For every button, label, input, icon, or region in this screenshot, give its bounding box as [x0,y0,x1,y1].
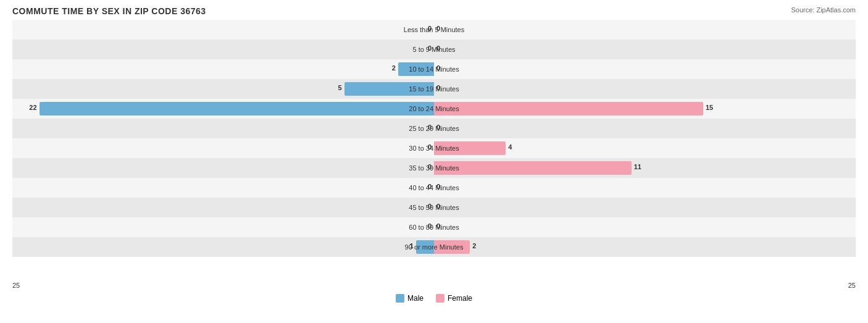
male-value: 0 [428,203,432,210]
female-value: 0 [436,44,440,52]
source-label: Source: ZipAtlas.com [791,6,856,14]
row-label: 40 to 44 Minutes [409,184,459,191]
chart-row: 45 to 59 Minutes00 [12,198,856,217]
female-value: 2 [472,242,476,250]
chart-container: COMMUTE TIME BY SEX IN ZIP CODE 36763 So… [0,0,868,323]
male-value: 0 [428,124,432,131]
male-value: 0 [428,44,432,52]
chart-row: 30 to 34 Minutes04 [12,138,856,158]
male-value: 22 [29,104,36,111]
chart-row: 5 to 9 Minutes00 [12,40,856,59]
male-value: 2 [392,64,396,72]
male-bar [344,82,434,96]
male-value: 0 [428,222,432,230]
chart-title: COMMUTE TIME BY SEX IN ZIP CODE 36763 [12,6,856,16]
male-value: 0 [428,163,432,170]
male-bar [416,240,434,254]
chart-area: Less than 5 Minutes005 to 9 Minutes0010 … [12,20,856,279]
chart-row: 20 to 24 Minutes2215 [12,99,856,119]
male-value: 0 [428,25,432,32]
chart-row: 25 to 29 Minutes00 [12,119,856,138]
chart-row: 90 or more Minutes12 [12,237,856,257]
row-label: 45 to 59 Minutes [409,204,459,211]
legend: Male Female [12,294,856,303]
female-bar [434,102,703,115]
female-value: 0 [436,183,440,190]
row-label: 25 to 29 Minutes [409,125,459,132]
axis-right: 25 [848,282,856,289]
female-bar [434,141,506,155]
axis-labels: 25 25 [12,282,856,289]
male-value: 5 [338,84,342,91]
chart-row: 10 to 14 Minutes20 [12,59,856,79]
female-label: Female [448,294,472,303]
female-bar [434,240,470,254]
female-value: 4 [508,143,512,151]
male-value: 0 [428,143,432,151]
legend-male: Male [396,294,424,303]
male-color-box [396,294,404,303]
female-value: 0 [436,64,440,72]
row-label: Less than 5 Minutes [404,26,464,33]
female-bar [434,161,632,175]
female-value: 0 [436,124,440,131]
legend-female: Female [436,294,472,303]
chart-row: Less than 5 Minutes00 [12,20,856,40]
male-bar [398,62,434,76]
male-label: Male [407,294,424,303]
row-label: 5 to 9 Minutes [412,46,455,53]
axis-left: 25 [12,282,20,289]
chart-row: 35 to 39 Minutes011 [12,158,856,178]
female-value: 0 [436,25,440,32]
chart-row: 60 to 89 Minutes00 [12,217,856,237]
female-value: 11 [634,163,641,170]
female-value: 0 [436,203,440,210]
male-value: 0 [428,183,432,190]
male-value: 1 [410,242,414,250]
female-value: 0 [436,84,440,91]
chart-row: 15 to 19 Minutes50 [12,79,856,99]
female-value: 0 [436,222,440,230]
chart-row: 40 to 44 Minutes00 [12,178,856,198]
female-color-box [436,294,444,303]
female-value: 15 [706,104,713,111]
row-label: 60 to 89 Minutes [409,224,459,231]
male-bar [40,102,434,115]
